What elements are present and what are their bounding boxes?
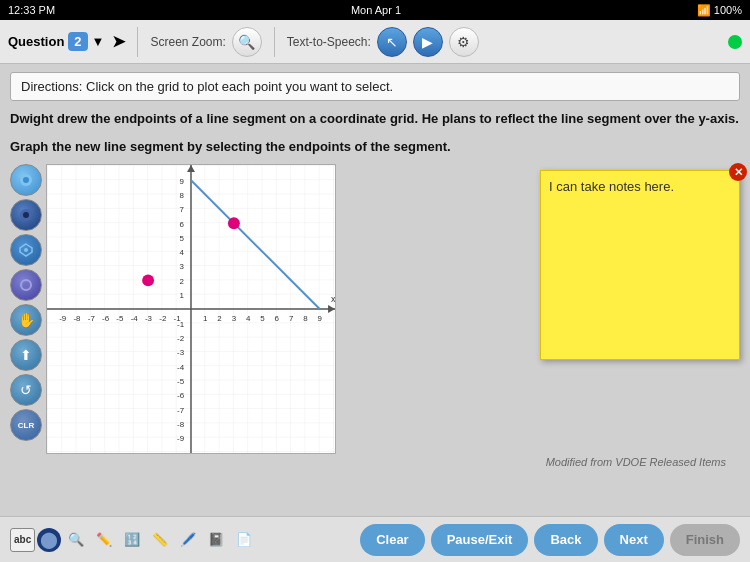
sticky-note-text[interactable]: I can take notes here. — [549, 179, 674, 194]
point-3-6 — [228, 217, 240, 229]
question-line1: Dwight drew the endpoints of a line segm… — [10, 111, 739, 126]
pen-tool[interactable]: 🖊️ — [175, 527, 201, 553]
svg-text:-5: -5 — [116, 314, 124, 323]
directions-text: Directions: Click on the grid to plot ea… — [21, 79, 393, 94]
bottom-tool-row: abc ⬤ 🔍 ✏️ 🔢 📏 🖊️ 📓 📄 — [10, 527, 257, 553]
svg-text:5: 5 — [260, 314, 265, 323]
circle-tool[interactable] — [10, 269, 42, 301]
finish-button[interactable]: Finish — [670, 524, 740, 556]
wifi-icon: 📶 — [697, 4, 714, 16]
zoom-button[interactable]: 🔍 — [232, 27, 262, 57]
svg-text:5: 5 — [180, 234, 185, 243]
clear-tool[interactable]: CLR — [10, 409, 42, 441]
svg-point-5 — [24, 248, 28, 252]
question-label: Question 2 ▼ ➤ — [8, 32, 125, 51]
svg-text:-8: -8 — [73, 314, 81, 323]
question-line2: Graph the new line segment by selecting … — [10, 139, 451, 154]
question-text-label: Question — [8, 34, 64, 49]
question-number: 2 — [68, 32, 87, 51]
pointer-tool[interactable] — [10, 164, 42, 196]
hand-tool[interactable]: ✋ — [10, 304, 42, 336]
svg-text:-7: -7 — [88, 314, 96, 323]
svg-text:-3: -3 — [145, 314, 153, 323]
tool-palette: ✋ ⬆ ↺ CLR — [10, 164, 42, 454]
bottom-toolbar: abc ⬤ 🔍 ✏️ 🔢 📏 🖊️ 📓 📄 Clear Pause/Exit B… — [0, 516, 750, 562]
toolbar-separator-2 — [274, 27, 275, 57]
svg-text:-3: -3 — [177, 348, 185, 357]
back-button[interactable]: Back — [534, 524, 597, 556]
status-day: Mon Apr 1 — [351, 4, 401, 16]
main-content: Dwight drew the endpoints of a line segm… — [0, 105, 750, 472]
svg-text:-1: -1 — [177, 320, 185, 329]
svg-point-1 — [23, 177, 29, 183]
abc-tool[interactable]: abc — [10, 528, 35, 552]
tts-play-button[interactable]: ▶ — [413, 27, 443, 57]
modified-text: Modified from VDOE Released Items — [10, 456, 726, 468]
next-button[interactable]: Next — [604, 524, 664, 556]
circle-tool-bottom[interactable]: ⬤ — [37, 528, 61, 552]
svg-text:6: 6 — [180, 220, 185, 229]
svg-text:1: 1 — [203, 314, 208, 323]
svg-text:-5: -5 — [177, 377, 185, 386]
page-tool[interactable]: 📄 — [231, 527, 257, 553]
status-time: 12:33 PM — [8, 4, 55, 16]
pause-exit-button[interactable]: Pause/Exit — [431, 524, 529, 556]
svg-point-7 — [24, 283, 28, 287]
svg-text:-4: -4 — [131, 314, 139, 323]
battery-text: 100% — [714, 4, 742, 16]
svg-text:2: 2 — [217, 314, 222, 323]
svg-text:4: 4 — [246, 314, 251, 323]
svg-text:-4: -4 — [177, 363, 185, 372]
svg-text:6: 6 — [275, 314, 280, 323]
pencil-tool[interactable]: ✏️ — [91, 527, 117, 553]
notepad-tool[interactable]: 📓 — [203, 527, 229, 553]
polygon-tool[interactable] — [10, 234, 42, 266]
directions-bar: Directions: Click on the grid to plot ea… — [10, 72, 740, 101]
svg-point-3 — [23, 212, 29, 218]
point-neg3-2 — [142, 274, 154, 286]
svg-text:9: 9 — [317, 314, 322, 323]
status-right: 📶 100% — [697, 4, 742, 17]
svg-text:-2: -2 — [177, 334, 185, 343]
status-dot — [728, 35, 742, 49]
tts-settings-button[interactable]: ⚙ — [449, 27, 479, 57]
pan-tool[interactable]: ⬆ — [10, 339, 42, 371]
tts-pointer-button[interactable]: ↖ — [377, 27, 407, 57]
coordinate-grid[interactable]: x -9 -8 -7 -6 -5 -4 -3 -2 -1 1 2 3 — [46, 164, 336, 454]
svg-text:4: 4 — [180, 248, 185, 257]
undo-tool[interactable]: ↺ — [10, 374, 42, 406]
screen-zoom-section: Screen Zoom: 🔍 — [150, 27, 261, 57]
sticky-note: ✕ I can take notes here. — [540, 170, 740, 360]
magnify-tool[interactable]: 🔍 — [63, 527, 89, 553]
clear-button[interactable]: Clear — [360, 524, 425, 556]
svg-text:-6: -6 — [102, 314, 110, 323]
svg-text:8: 8 — [303, 314, 308, 323]
nav-icon[interactable]: ➤ — [112, 32, 125, 51]
tts-label: Text-to-Speech: — [287, 35, 371, 49]
toolbar-right — [728, 35, 742, 49]
status-bar: 12:33 PM Mon Apr 1 📶 100% — [0, 0, 750, 20]
tts-section: Text-to-Speech: ↖ ▶ ⚙ — [287, 27, 479, 57]
svg-text:3: 3 — [232, 314, 237, 323]
svg-text:-7: -7 — [177, 406, 185, 415]
svg-text:-8: -8 — [177, 420, 185, 429]
ruler-tool[interactable]: 📏 — [147, 527, 173, 553]
svg-text:1: 1 — [180, 291, 185, 300]
calc-tool[interactable]: 🔢 — [119, 527, 145, 553]
svg-text:7: 7 — [180, 205, 185, 214]
svg-text:8: 8 — [180, 191, 185, 200]
select-tool[interactable] — [10, 199, 42, 231]
svg-text:2: 2 — [180, 277, 185, 286]
svg-text:3: 3 — [180, 262, 185, 271]
dropdown-arrow[interactable]: ▼ — [92, 34, 105, 49]
toolbar-separator-1 — [137, 27, 138, 57]
sticky-close-button[interactable]: ✕ — [729, 163, 747, 181]
svg-text:-9: -9 — [59, 314, 67, 323]
svg-text:-6: -6 — [177, 391, 185, 400]
nav-buttons: Clear Pause/Exit Back Next Finish — [360, 524, 740, 556]
svg-text:-2: -2 — [159, 314, 167, 323]
svg-text:-9: -9 — [177, 434, 185, 443]
question-text: Dwight drew the endpoints of a line segm… — [10, 109, 740, 156]
screen-zoom-label: Screen Zoom: — [150, 35, 225, 49]
svg-text:x: x — [331, 294, 336, 304]
